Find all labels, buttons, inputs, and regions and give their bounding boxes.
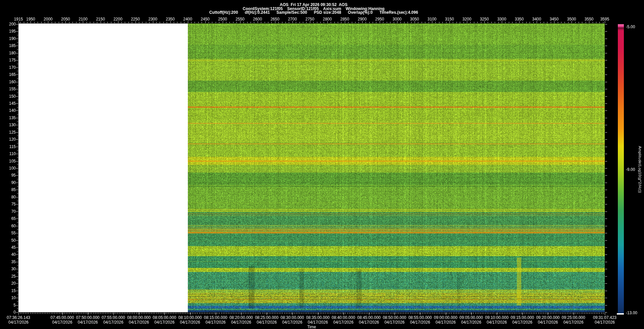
time-axis-label: 09:20:00.000 bbox=[536, 316, 559, 320]
top-axis-label: 2700 bbox=[288, 17, 297, 21]
top-axis-label: 2900 bbox=[358, 17, 367, 21]
frequency-axis-label: 15 bbox=[11, 289, 16, 293]
frequency-axis-label: 95 bbox=[11, 173, 16, 177]
frequency-axis-label: 55 bbox=[11, 231, 16, 235]
time-axis-date: 04/17/2026 bbox=[333, 320, 354, 324]
time-axis-label: 08:05:00.000 bbox=[153, 316, 176, 320]
top-axis-label: 3450 bbox=[550, 17, 559, 21]
time-axis-label: 09:00:00.000 bbox=[434, 316, 458, 320]
time-axis-date: 04/17/2026 bbox=[8, 320, 29, 324]
time-axis-date: 04/17/2026 bbox=[461, 320, 481, 324]
time-axis-date: 04/17/2026 bbox=[257, 320, 277, 324]
time-axis-date: 04/17/2026 bbox=[436, 320, 456, 324]
frequency-axis-label: 200 bbox=[9, 22, 16, 26]
time-axis-label: 07:55:00.000 bbox=[102, 316, 125, 320]
top-axis-label: 3250 bbox=[480, 17, 489, 21]
frequency-axis-label: 35 bbox=[11, 260, 16, 264]
frequency-axis-label: 115 bbox=[9, 145, 16, 149]
time-axis-label: 08:20:00.000 bbox=[229, 316, 253, 320]
time-axis-date: 04/17/2026 bbox=[359, 320, 379, 324]
time-axis-date: 04/17/2026 bbox=[231, 320, 251, 324]
colorbar-axis-title: Amplitude(Log10(g^2/Hz)) bbox=[638, 146, 642, 193]
frequency-axis-label: 75 bbox=[11, 202, 16, 206]
frequency-axis-label: 50 bbox=[11, 238, 16, 242]
top-axis-label: 3550 bbox=[585, 17, 594, 21]
top-axis-label: 2650 bbox=[270, 17, 279, 21]
time-axis-date: 04/17/2026 bbox=[564, 320, 584, 324]
frequency-axis-label: 180 bbox=[9, 51, 16, 55]
time-axis-label: 08:45:00.000 bbox=[357, 316, 381, 320]
time-axis-label: 08:50:00.000 bbox=[383, 316, 406, 320]
frequency-axis-label: 140 bbox=[9, 108, 16, 112]
time-axis-date: 04/17/2026 bbox=[538, 320, 558, 324]
time-axis-label: 07:45:00.000 bbox=[50, 316, 74, 320]
top-axis-label: 2100 bbox=[78, 17, 88, 21]
colorbar-label-min: -13.00 bbox=[626, 311, 637, 315]
time-axis-date: 04/17/2026 bbox=[282, 320, 302, 324]
time-axis-title: Time bbox=[307, 325, 316, 329]
time-axis-label: 09:31:07.423 bbox=[593, 316, 616, 320]
top-axis-label: 2850 bbox=[340, 17, 349, 21]
frequency-axis-label: 60 bbox=[11, 224, 16, 228]
frequency-axis-label: 25 bbox=[11, 274, 16, 278]
frequency-axis-label: 10 bbox=[11, 296, 16, 300]
frequency-axis-label: 110 bbox=[9, 152, 16, 156]
frequency-axis-label: 170 bbox=[9, 65, 16, 69]
frequency-axis-label: 155 bbox=[9, 87, 16, 91]
top-axis-label: 2550 bbox=[235, 17, 245, 21]
top-axis-label: 3595 bbox=[600, 17, 609, 21]
frequency-axis-label: 0 bbox=[13, 310, 16, 314]
top-axis-label: 2800 bbox=[323, 17, 332, 21]
frequency-axis-label: 150 bbox=[9, 94, 16, 98]
top-axis-label: 1950 bbox=[26, 17, 35, 21]
frequency-axis-label: 160 bbox=[9, 80, 16, 84]
colorbar-label-mid: -9.00 bbox=[626, 168, 635, 172]
top-axis-label: 3400 bbox=[532, 17, 541, 21]
top-axis-label: 3350 bbox=[515, 17, 524, 21]
top-axis-label: 2250 bbox=[131, 17, 140, 21]
time-axis-date: 04/17/2026 bbox=[180, 320, 200, 324]
time-axis-date: 04/17/2026 bbox=[103, 320, 123, 324]
time-axis-date: 04/17/2026 bbox=[512, 320, 532, 324]
time-axis-date: 04/17/2026 bbox=[595, 320, 615, 324]
top-axis-label: 2450 bbox=[201, 17, 210, 21]
time-axis-date: 04/17/2026 bbox=[384, 320, 405, 324]
top-axis-label: 2050 bbox=[61, 17, 70, 21]
top-axis-label: 3300 bbox=[497, 17, 506, 21]
colorbar-label-max: -5.00 bbox=[626, 25, 635, 29]
frequency-axis-label: 185 bbox=[9, 44, 16, 48]
no-data-region bbox=[18, 23, 188, 312]
frequency-axis-label: 190 bbox=[9, 37, 16, 41]
time-axis-label: 08:40:00.000 bbox=[332, 316, 355, 320]
top-axis-label: 3150 bbox=[445, 17, 454, 21]
frequency-axis-label: 165 bbox=[9, 73, 16, 77]
top-axis-label: 3100 bbox=[428, 17, 437, 21]
top-axis-label: 2000 bbox=[44, 17, 53, 21]
frequency-axis-label: 125 bbox=[9, 130, 16, 134]
colorbar bbox=[618, 24, 624, 315]
frequency-axis-label: 135 bbox=[9, 116, 16, 120]
time-axis-date: 04/17/2026 bbox=[487, 320, 507, 324]
frequency-axis-label: 145 bbox=[9, 101, 16, 105]
time-axis-label: 07:50:00.000 bbox=[76, 316, 100, 320]
colorbar-min-tick bbox=[617, 313, 624, 315]
top-axis-label: 2150 bbox=[96, 17, 105, 21]
time-axis-label: 07:36:26.143 bbox=[7, 316, 30, 320]
time-axis-label: 08:10:00.000 bbox=[178, 316, 202, 320]
top-axis-label: 2300 bbox=[148, 17, 157, 21]
frequency-axis-label: 70 bbox=[11, 209, 16, 214]
time-axis-label: 09:25:00.000 bbox=[562, 316, 585, 320]
time-axis-label: 08:35:00.000 bbox=[306, 316, 330, 320]
top-axis-label: 2200 bbox=[113, 17, 122, 21]
frequency-axis-label: 20 bbox=[11, 281, 16, 285]
time-axis-label: 09:15:00.000 bbox=[511, 316, 534, 320]
top-axis-label: 3200 bbox=[463, 17, 472, 21]
frequency-axis-label: 105 bbox=[9, 159, 16, 163]
top-axis-label: 2400 bbox=[183, 17, 192, 21]
frequency-axis-label: 130 bbox=[9, 123, 16, 127]
time-axis-date: 04/17/2026 bbox=[410, 320, 430, 324]
frequency-axis-label: 30 bbox=[11, 267, 16, 271]
frequency-axis-label: 45 bbox=[11, 245, 16, 249]
top-axis-label: 2350 bbox=[166, 17, 175, 21]
frequency-axis-label: 5 bbox=[13, 303, 16, 307]
